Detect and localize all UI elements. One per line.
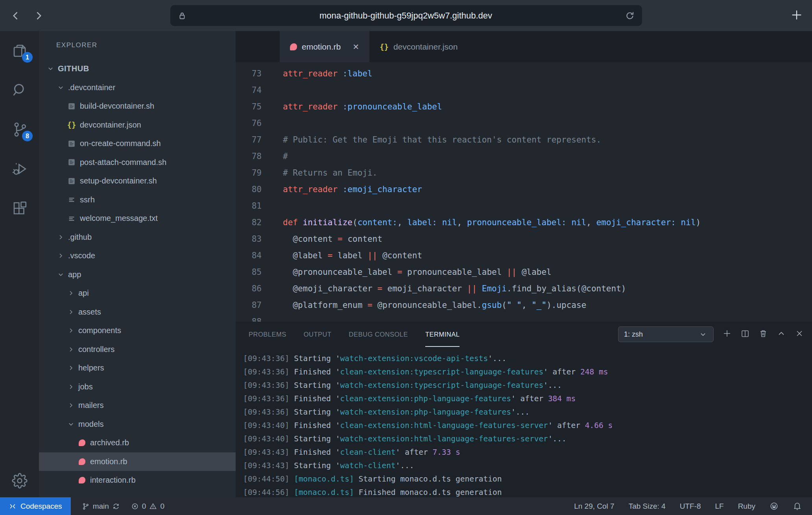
line-number: 86 — [236, 284, 262, 293]
tree-item-assets[interactable]: assets — [39, 303, 236, 322]
tree-item-interaction-rb[interactable]: interaction.rb — [39, 471, 236, 490]
shell-file-icon — [66, 177, 78, 185]
back-button[interactable] — [10, 10, 22, 22]
tree-item-label: components — [78, 326, 121, 335]
address-bar[interactable]: mona-github-github-g59jpq2w5w7.github.de… — [170, 5, 642, 26]
tree-item-on-create-command-sh[interactable]: on-create-command.sh — [39, 134, 236, 153]
tree-item-setup-devcontainer-sh[interactable]: setup-devcontainer.sh — [39, 172, 236, 191]
bottom-panel: PROBLEMSOUTPUTDEBUG CONSOLETERMINAL 1: z… — [236, 322, 812, 497]
text-file-icon — [66, 195, 78, 204]
tree-item-ssrh[interactable]: ssrh — [39, 191, 236, 209]
activity-item-source-control[interactable]: 8 — [0, 110, 39, 149]
code-line-76: 76 — [236, 115, 812, 132]
sync-icon — [112, 502, 120, 510]
code-line-73: 73attr_reader :label — [236, 65, 812, 82]
panel-tab-debug-console[interactable]: DEBUG CONSOLE — [349, 322, 408, 347]
reload-button[interactable] — [625, 11, 635, 21]
branch-indicator[interactable]: main — [82, 502, 120, 511]
tree-item-archived-rb[interactable]: archived.rb — [39, 433, 236, 452]
kill-terminal-button[interactable] — [758, 329, 768, 340]
tree-item-label: emotion.rb — [90, 457, 127, 466]
activity-item-explorer[interactable]: 1 — [0, 31, 39, 70]
new-terminal-button[interactable] — [722, 329, 732, 340]
cursor-position[interactable]: Ln 29, Col 7 — [574, 502, 614, 511]
tree-item-devcontainer-json[interactable]: {}devcontainer.json — [39, 116, 236, 135]
tree-item-models[interactable]: models — [39, 415, 236, 434]
forward-button[interactable] — [32, 10, 44, 22]
browser-toolbar: mona-github-github-g59jpq2w5w7.github.de… — [0, 0, 812, 31]
terminal-line: [09:43:43] Starting 'watch-client'... — [243, 459, 812, 472]
tree-item-mailers[interactable]: mailers — [39, 396, 236, 415]
code-text: attr_reader :label — [262, 69, 373, 78]
codespaces-remote-indicator[interactable]: Codespaces — [0, 497, 71, 515]
split-terminal-icon — [740, 329, 750, 338]
panel-tab-problems[interactable]: PROBLEMS — [249, 322, 286, 347]
line-number: 76 — [236, 119, 262, 128]
tree-item-build-devcontainer-sh[interactable]: build-devcontainer.sh — [39, 97, 236, 116]
shell-select-value: 1: zsh — [624, 330, 643, 339]
tree-item-label: .devcontainer — [68, 83, 115, 92]
ruby-file-icon — [76, 458, 88, 465]
code-line-79: 79# Returns an Emoji. — [236, 165, 812, 181]
editor-tab-devcontainer-json[interactable]: {}devcontainer.json — [369, 31, 468, 62]
code-line-83: 83 @content = content — [236, 231, 812, 247]
tree-item-label: controllers — [78, 345, 114, 354]
tab-label: devcontainer.json — [393, 42, 458, 52]
eol[interactable]: LF — [715, 502, 723, 511]
line-number: 79 — [236, 168, 262, 178]
chevron-right-icon — [66, 346, 76, 353]
chevron-down-icon — [55, 84, 66, 91]
language-mode[interactable]: Ruby — [738, 502, 755, 511]
panel-tab-output[interactable]: OUTPUT — [304, 322, 332, 347]
tree-item-welcome-message-txt[interactable]: welcome_message.txt — [39, 209, 236, 228]
terminal-line: [09:43:40] Finished 'clean-extension:htm… — [243, 419, 812, 432]
tree-item-controllers[interactable]: controllers — [39, 340, 236, 359]
tree-item-post-attach-command-sh[interactable]: post-attach-command.sh — [39, 153, 236, 172]
tree-item-github[interactable]: GITHUB — [39, 59, 236, 78]
close-panel-button[interactable] — [795, 329, 804, 340]
tree-item--github[interactable]: .github — [39, 228, 236, 247]
tree-item--vscode[interactable]: .vscode — [39, 246, 236, 265]
line-number: 80 — [236, 185, 262, 194]
back-arrow-icon — [10, 10, 22, 22]
editor-tab-emotion-rb[interactable]: emotion.rb✕ — [280, 31, 369, 62]
code-line-75: 75attr_reader :pronounceable_label — [236, 98, 812, 115]
tree-item-components[interactable]: components — [39, 321, 236, 340]
tree-item-emotion-rb[interactable]: emotion.rb — [39, 452, 236, 471]
tree-item-api[interactable]: api — [39, 284, 236, 303]
activity-item-search[interactable] — [0, 70, 39, 110]
activity-item-extensions[interactable] — [0, 189, 39, 228]
panel-tab-terminal[interactable]: TERMINAL — [425, 322, 460, 347]
code-editor[interactable]: 73attr_reader :label7475attr_reader :pro… — [236, 62, 812, 322]
close-tab-icon[interactable]: ✕ — [352, 42, 359, 52]
tree-item--devcontainer[interactable]: .devcontainer — [39, 78, 236, 97]
chevron-right-icon — [55, 252, 66, 259]
gear-icon — [12, 473, 28, 489]
new-tab-button[interactable] — [790, 8, 803, 23]
tree-item-label: post-attach-command.sh — [80, 158, 166, 167]
chevron-right-icon — [66, 383, 76, 391]
tree-item-label: api — [78, 289, 89, 298]
line-number: 83 — [236, 234, 262, 244]
encoding[interactable]: UTF-8 — [680, 502, 701, 511]
terminal-output[interactable]: [09:43:36] Starting 'watch-extension:vsc… — [236, 347, 812, 497]
code-line-84: 84 @label = label || @content — [236, 247, 812, 264]
chevron-right-icon — [55, 233, 66, 241]
code-text: attr_reader :pronounceable_label — [262, 102, 442, 111]
settings-button[interactable] — [0, 473, 39, 489]
line-number: 77 — [236, 135, 262, 144]
tree-item-label: ssrh — [80, 195, 95, 204]
chevron-right-icon — [66, 402, 76, 409]
feedback-button[interactable] — [770, 502, 779, 511]
maximize-panel-button[interactable] — [777, 329, 786, 340]
tree-item-jobs[interactable]: jobs — [39, 378, 236, 396]
split-terminal-button[interactable] — [740, 329, 750, 340]
lock-icon — [177, 11, 187, 20]
activity-item-run-debug[interactable] — [0, 149, 39, 189]
tree-item-helpers[interactable]: helpers — [39, 359, 236, 378]
terminal-shell-select[interactable]: 1: zsh — [618, 326, 714, 342]
tab-size[interactable]: Tab Size: 4 — [629, 502, 666, 511]
tree-item-app[interactable]: app — [39, 265, 236, 284]
problems-indicator[interactable]: 0 0 — [131, 502, 164, 511]
notifications-button[interactable] — [793, 502, 802, 511]
